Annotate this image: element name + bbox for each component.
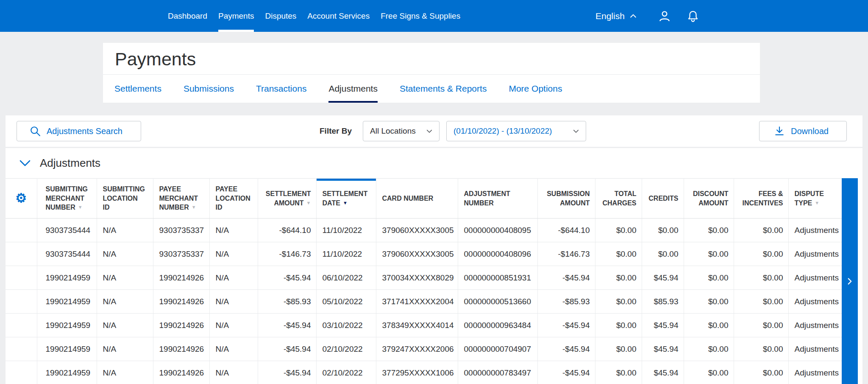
nav-item-dashboard[interactable]: Dashboard bbox=[168, 0, 207, 32]
nav-item-payments[interactable]: Payments bbox=[218, 0, 254, 32]
table-settings-gear-icon[interactable]: ⚙ bbox=[15, 192, 27, 205]
column-header-submitting-location-id[interactable]: SUBMITTING LOCATION ID bbox=[97, 179, 153, 219]
table-row: 9303735444N/A9303735337N/A-$146.7311/10/… bbox=[6, 242, 842, 266]
cell-settlement-date: 05/10/2022 bbox=[316, 290, 376, 314]
column-header-fees-incentives[interactable]: FEES & INCENTIVES bbox=[734, 179, 788, 219]
row-gear-spacer bbox=[6, 361, 37, 384]
collapse-section-button[interactable] bbox=[19, 160, 31, 167]
date-range-select[interactable]: (01/10/2022) - (13/10/2022) bbox=[446, 121, 586, 141]
table-row: 9303735444N/A9303735337N/A-$644.1011/10/… bbox=[6, 219, 842, 242]
adjustments-search-button[interactable]: Adjustments Search bbox=[17, 121, 141, 141]
page-tabs: SettlementsSubmissionsTransactionsAdjust… bbox=[103, 75, 562, 103]
sort-caret-icon: ▼ bbox=[815, 200, 819, 205]
row-gear-spacer bbox=[6, 290, 37, 314]
chevron-down-icon bbox=[19, 160, 31, 167]
cell-submitting-merchant-number: 9303735444 bbox=[37, 242, 97, 266]
cell-submitting-location-id: N/A bbox=[97, 337, 153, 361]
table-row: 1990214959N/A1990214926N/A-$45.9403/10/2… bbox=[6, 314, 842, 337]
column-header-dispute-type[interactable]: DISPUTE TYPE▼ bbox=[788, 179, 842, 219]
row-gear-spacer bbox=[6, 242, 37, 266]
column-header-settlement-date[interactable]: SETTLEMENT DATE▼ bbox=[316, 179, 376, 219]
column-label: SUBMISSION AMOUNT bbox=[547, 190, 590, 207]
table-row: 1990214959N/A1990214926N/A-$45.9402/10/2… bbox=[6, 361, 842, 384]
cell-submitting-merchant-number: 1990214959 bbox=[37, 314, 97, 337]
notifications-button[interactable] bbox=[687, 9, 699, 23]
cell-total-charges: $0.00 bbox=[595, 242, 642, 266]
tab-adjustments[interactable]: Adjustments bbox=[328, 75, 378, 103]
cell-payee-merchant-number: 1990214926 bbox=[153, 290, 209, 314]
cell-submission-amount: -$45.94 bbox=[537, 361, 595, 384]
cell-dispute-type: Adjustments bbox=[788, 290, 842, 314]
column-header-submission-amount[interactable]: SUBMISSION AMOUNT bbox=[537, 179, 595, 219]
sort-caret-icon: ▼ bbox=[192, 205, 196, 210]
bell-icon bbox=[687, 9, 699, 23]
user-icon bbox=[658, 9, 671, 23]
column-label: SUBMITTING LOCATION ID bbox=[103, 185, 145, 211]
cell-settlement-amount: -$644.10 bbox=[258, 219, 316, 242]
cell-card-number: 377295XXXXX1006 bbox=[376, 361, 458, 384]
column-header-discount-amount[interactable]: DISCOUNT AMOUNT bbox=[684, 179, 734, 219]
cell-payee-location-id: N/A bbox=[209, 266, 258, 290]
column-label: PAYEE LOCATION ID bbox=[216, 185, 250, 211]
download-button[interactable]: Download bbox=[759, 121, 847, 141]
user-profile-button[interactable] bbox=[658, 9, 671, 23]
cell-settlement-amount: -$85.93 bbox=[258, 290, 316, 314]
cell-payee-merchant-number: 1990214926 bbox=[153, 266, 209, 290]
cell-card-number: 379060XXXXX3005 bbox=[376, 219, 458, 242]
payments-card: Payments SettlementsSubmissionsTransacti… bbox=[103, 43, 760, 103]
cell-submitting-location-id: N/A bbox=[97, 219, 153, 242]
chevron-down-icon bbox=[426, 127, 433, 135]
cell-discount-amount: $0.00 bbox=[684, 266, 734, 290]
table-row: 1990214959N/A1990214926N/A-$85.9305/10/2… bbox=[6, 290, 842, 314]
column-header-total-charges[interactable]: TOTAL CHARGES bbox=[595, 179, 642, 219]
cell-settlement-date: 03/10/2022 bbox=[316, 314, 376, 337]
column-header-submitting-merchant-number[interactable]: SUBMITTING MERCHANT NUMBER▼ bbox=[37, 179, 97, 219]
column-header-card-number[interactable]: CARD NUMBER bbox=[376, 179, 458, 219]
column-header-payee-location-id[interactable]: PAYEE LOCATION ID bbox=[209, 179, 258, 219]
location-filter-select[interactable]: All Locations bbox=[363, 121, 440, 141]
row-gear-spacer bbox=[6, 219, 37, 242]
cell-adjustment-number: 000000000408095 bbox=[458, 219, 537, 242]
cell-submission-amount: -$85.93 bbox=[537, 290, 595, 314]
tab-statements-reports[interactable]: Statements & Reports bbox=[400, 75, 487, 103]
cell-submitting-merchant-number: 9303735444 bbox=[37, 219, 97, 242]
cell-dispute-type: Adjustments bbox=[788, 361, 842, 384]
cell-dispute-type: Adjustments bbox=[788, 314, 842, 337]
cell-card-number: 379247XXXXX2006 bbox=[376, 337, 458, 361]
tab-submissions[interactable]: Submissions bbox=[184, 75, 234, 103]
tab-more-options[interactable]: More Options bbox=[509, 75, 562, 103]
cell-fees-incentives: $0.00 bbox=[734, 242, 788, 266]
cell-settlement-amount: -$45.94 bbox=[258, 337, 316, 361]
column-label: CARD NUMBER bbox=[382, 195, 434, 202]
column-header-payee-merchant-number[interactable]: PAYEE MERCHANT NUMBER▼ bbox=[153, 179, 209, 219]
nav-item-free-signs-supplies[interactable]: Free Signs & Supplies bbox=[381, 0, 460, 32]
cell-payee-location-id: N/A bbox=[209, 219, 258, 242]
language-selector[interactable]: English bbox=[595, 11, 637, 21]
section-title: Adjustments bbox=[40, 157, 100, 170]
cell-payee-location-id: N/A bbox=[209, 314, 258, 337]
cell-settlement-date: 02/10/2022 bbox=[316, 337, 376, 361]
scroll-right-strip[interactable] bbox=[842, 178, 858, 384]
column-header-adjustment-number[interactable]: ADJUSTMENT NUMBER bbox=[458, 179, 537, 219]
cell-credits: $85.93 bbox=[642, 290, 684, 314]
cell-adjustment-number: 000000000704907 bbox=[458, 337, 537, 361]
column-header-credits[interactable]: CREDITS bbox=[642, 179, 684, 219]
cell-settlement-date: 06/10/2022 bbox=[316, 266, 376, 290]
nav-item-account-services[interactable]: Account Services bbox=[307, 0, 370, 32]
column-header-settlement-amount[interactable]: SETTLEMENT AMOUNT▼ bbox=[258, 179, 316, 219]
cell-discount-amount: $0.00 bbox=[684, 219, 734, 242]
search-icon bbox=[30, 126, 41, 137]
cell-total-charges: $0.00 bbox=[595, 219, 642, 242]
cell-discount-amount: $0.00 bbox=[684, 242, 734, 266]
tab-settlements[interactable]: Settlements bbox=[114, 75, 161, 103]
tab-transactions[interactable]: Transactions bbox=[256, 75, 306, 103]
cell-submitting-location-id: N/A bbox=[97, 290, 153, 314]
row-gear-spacer bbox=[6, 314, 37, 337]
cell-credits: $45.94 bbox=[642, 314, 684, 337]
cell-dispute-type: Adjustments bbox=[788, 337, 842, 361]
cell-adjustment-number: 000000000408096 bbox=[458, 242, 537, 266]
nav-item-disputes[interactable]: Disputes bbox=[265, 0, 296, 32]
cell-submitting-merchant-number: 1990214959 bbox=[37, 361, 97, 384]
column-label: SETTLEMENT AMOUNT bbox=[266, 190, 311, 207]
cell-adjustment-number: 000000000513660 bbox=[458, 290, 537, 314]
